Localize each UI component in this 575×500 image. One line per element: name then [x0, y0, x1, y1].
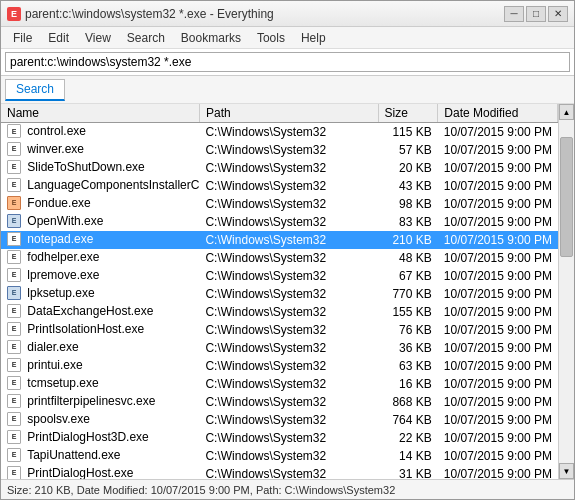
file-name: SlideToShutDown.exe: [27, 160, 144, 174]
table-row[interactable]: E tcmsetup.exe C:\Windows\System32 16 KB…: [1, 375, 558, 393]
file-size: 868 KB: [378, 393, 438, 411]
file-icon: E: [7, 466, 21, 479]
menu-file[interactable]: File: [5, 29, 40, 47]
file-icon: E: [7, 394, 21, 408]
table-row[interactable]: E dialer.exe C:\Windows\System32 36 KB 1…: [1, 339, 558, 357]
file-path: C:\Windows\System32: [199, 465, 378, 480]
menu-tools[interactable]: Tools: [249, 29, 293, 47]
file-name: dialer.exe: [27, 340, 78, 354]
table-row[interactable]: E PrintDialogHost.exe C:\Windows\System3…: [1, 465, 558, 480]
file-size: 31 KB: [378, 465, 438, 480]
table-row[interactable]: E spoolsv.exe C:\Windows\System32 764 KB…: [1, 411, 558, 429]
file-name: PrintIsolationHost.exe: [27, 322, 144, 336]
search-button[interactable]: Search: [5, 79, 65, 101]
col-header-size[interactable]: Size: [378, 104, 438, 123]
file-date: 10/07/2015 9:00 PM: [438, 141, 558, 159]
close-button[interactable]: ✕: [548, 6, 568, 22]
table-row[interactable]: E winver.exe C:\Windows\System32 57 KB 1…: [1, 141, 558, 159]
file-path: C:\Windows\System32: [199, 447, 378, 465]
file-date: 10/07/2015 9:00 PM: [438, 177, 558, 195]
maximize-button[interactable]: □: [526, 6, 546, 22]
app-icon: E: [7, 7, 21, 21]
table-row[interactable]: E OpenWith.exe C:\Windows\System32 83 KB…: [1, 213, 558, 231]
search-bar: [1, 49, 574, 76]
file-size: 43 KB: [378, 177, 438, 195]
table-row[interactable]: E lpksetup.exe C:\Windows\System32 770 K…: [1, 285, 558, 303]
col-header-name[interactable]: Name: [1, 104, 199, 123]
scroll-down-button[interactable]: ▼: [559, 463, 574, 479]
file-size: 22 KB: [378, 429, 438, 447]
file-icon: E: [7, 160, 21, 174]
table-row[interactable]: E notepad.exe C:\Windows\System32 210 KB…: [1, 231, 558, 249]
table-row[interactable]: E PrintDialogHost3D.exe C:\Windows\Syste…: [1, 429, 558, 447]
file-path: C:\Windows\System32: [199, 375, 378, 393]
file-name: lpksetup.exe: [27, 286, 94, 300]
menu-view[interactable]: View: [77, 29, 119, 47]
table-row[interactable]: E LanguageComponentsInstallerComH... C:\…: [1, 177, 558, 195]
table-row[interactable]: E printui.exe C:\Windows\System32 63 KB …: [1, 357, 558, 375]
title-bar-left: E parent:c:\windows\system32 *.exe - Eve…: [7, 7, 274, 21]
scroll-thumb[interactable]: [560, 137, 573, 257]
file-path: C:\Windows\System32: [199, 357, 378, 375]
file-list-container[interactable]: Name Path Size Date Modified E control.e…: [1, 104, 558, 479]
scroll-up-button[interactable]: ▲: [559, 104, 574, 120]
file-icon: E: [7, 304, 21, 318]
status-text: Size: 210 KB, Date Modified: 10/07/2015 …: [7, 484, 395, 496]
toolbar: Search: [1, 76, 574, 104]
table-row[interactable]: E DataExchangeHost.exe C:\Windows\System…: [1, 303, 558, 321]
file-name: spoolsv.exe: [27, 412, 89, 426]
file-icon: E: [7, 214, 21, 228]
menu-help[interactable]: Help: [293, 29, 334, 47]
file-name: winver.exe: [27, 142, 84, 156]
file-date: 10/07/2015 9:00 PM: [438, 465, 558, 480]
file-path: C:\Windows\System32: [199, 429, 378, 447]
file-path: C:\Windows\System32: [199, 141, 378, 159]
file-name: fodhelper.exe: [27, 250, 99, 264]
table-row[interactable]: E control.exe C:\Windows\System32 115 KB…: [1, 123, 558, 141]
file-date: 10/07/2015 9:00 PM: [438, 411, 558, 429]
scroll-track[interactable]: [559, 120, 574, 463]
file-icon: E: [7, 412, 21, 426]
file-size: 20 KB: [378, 159, 438, 177]
file-date: 10/07/2015 9:00 PM: [438, 339, 558, 357]
file-icon: E: [7, 286, 21, 300]
table-row[interactable]: E fodhelper.exe C:\Windows\System32 48 K…: [1, 249, 558, 267]
scrollbar[interactable]: ▲ ▼: [558, 104, 574, 479]
file-size: 115 KB: [378, 123, 438, 141]
file-icon: E: [7, 178, 21, 192]
minimize-button[interactable]: ─: [504, 6, 524, 22]
table-row[interactable]: E PrintIsolationHost.exe C:\Windows\Syst…: [1, 321, 558, 339]
file-path: C:\Windows\System32: [199, 195, 378, 213]
table-row[interactable]: E Fondue.exe C:\Windows\System32 98 KB 1…: [1, 195, 558, 213]
file-date: 10/07/2015 9:00 PM: [438, 285, 558, 303]
menu-bookmarks[interactable]: Bookmarks: [173, 29, 249, 47]
menu-edit[interactable]: Edit: [40, 29, 77, 47]
file-path: C:\Windows\System32: [199, 285, 378, 303]
file-path: C:\Windows\System32: [199, 123, 378, 141]
file-name: printfilterpipelinesvc.exe: [27, 394, 155, 408]
table-row[interactable]: E TapiUnattend.exe C:\Windows\System32 1…: [1, 447, 558, 465]
table-row[interactable]: E lpremove.exe C:\Windows\System32 67 KB…: [1, 267, 558, 285]
col-header-date[interactable]: Date Modified: [438, 104, 558, 123]
file-name: tcmsetup.exe: [27, 376, 98, 390]
file-date: 10/07/2015 9:00 PM: [438, 213, 558, 231]
file-icon: E: [7, 124, 21, 138]
file-size: 63 KB: [378, 357, 438, 375]
file-date: 10/07/2015 9:00 PM: [438, 249, 558, 267]
table-row[interactable]: E printfilterpipelinesvc.exe C:\Windows\…: [1, 393, 558, 411]
file-size: 764 KB: [378, 411, 438, 429]
file-icon: E: [7, 448, 21, 462]
file-icon: E: [7, 232, 21, 246]
search-input[interactable]: [5, 52, 570, 72]
menu-search[interactable]: Search: [119, 29, 173, 47]
file-size: 48 KB: [378, 249, 438, 267]
file-icon: E: [7, 250, 21, 264]
file-path: C:\Windows\System32: [199, 393, 378, 411]
file-table: Name Path Size Date Modified E control.e…: [1, 104, 558, 479]
file-path: C:\Windows\System32: [199, 411, 378, 429]
col-header-path[interactable]: Path: [199, 104, 378, 123]
table-row[interactable]: E SlideToShutDown.exe C:\Windows\System3…: [1, 159, 558, 177]
file-icon: E: [7, 340, 21, 354]
file-size: 770 KB: [378, 285, 438, 303]
file-name: TapiUnattend.exe: [27, 448, 120, 462]
